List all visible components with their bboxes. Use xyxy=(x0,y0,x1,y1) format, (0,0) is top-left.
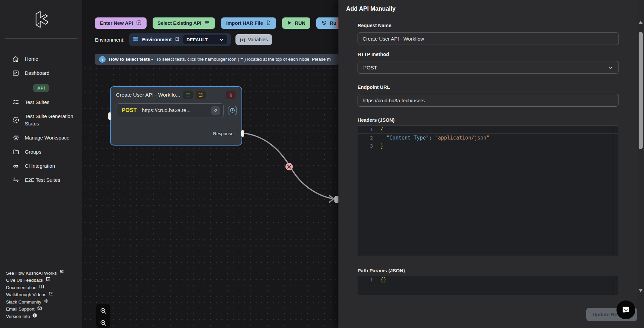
home-icon xyxy=(12,55,19,63)
request-name-input[interactable] xyxy=(358,32,619,45)
sidebar-divider xyxy=(5,38,77,39)
video-icon xyxy=(49,291,54,298)
sidebar-item-groups[interactable]: Groups xyxy=(0,145,82,159)
environment-label: Environment: xyxy=(95,37,124,43)
dashed-plus-icon xyxy=(136,20,142,26)
scroll-down-arrow-icon[interactable] xyxy=(639,289,643,292)
zoom-in-button[interactable] xyxy=(99,307,108,315)
scrollbar-thumb[interactable] xyxy=(639,32,643,149)
select-existing-api-button[interactable]: Select Existing API xyxy=(153,17,215,29)
sidebar-item-label: Test Suites xyxy=(25,99,49,106)
node-delete-button[interactable] xyxy=(226,91,235,99)
how-to-select-tests-banner: i How to select tests - To select tests,… xyxy=(95,54,338,65)
infinity-icon: ∞ xyxy=(12,162,19,170)
node-response-handle[interactable] xyxy=(241,130,244,137)
line-number: 3 xyxy=(358,143,373,149)
footer-link-documentation[interactable]: Documentation xyxy=(6,284,64,291)
workflow-canvas[interactable]: Enter New API Select Existing API Import… xyxy=(82,0,338,328)
sidebar-item-dashboard[interactable]: Dashboard xyxy=(0,66,82,80)
chat-widget-button[interactable] xyxy=(616,300,635,319)
sidebar-item-e2e-test-suites[interactable]: E2E Test Suites xyxy=(0,173,82,187)
headers-json-label: Headers (JSON) xyxy=(358,117,394,123)
run-button[interactable]: RUN xyxy=(282,17,310,29)
chevron-down-icon xyxy=(608,65,613,70)
chat-bubble-icon xyxy=(621,305,631,315)
node-request-pill[interactable]: POST https://crud.ba3a.te... xyxy=(116,103,224,117)
footer-link-version-info[interactable]: Version Info xyxy=(6,313,64,320)
http-method-select[interactable]: POST xyxy=(358,61,619,74)
history-icon xyxy=(321,20,327,26)
footer-link-walkthrough-videos[interactable]: Walkthrough Videos xyxy=(6,291,64,298)
sidebar-item-test-suite-generation-status[interactable]: Test Suite Generation Status xyxy=(0,109,82,131)
sidebar-item-home[interactable]: Home xyxy=(0,52,82,66)
endpoint-url-label: Endpoint URL xyxy=(358,85,390,90)
variables-button[interactable]: (x) Variables xyxy=(235,34,272,45)
sidebar-item-label: Groups xyxy=(25,148,41,156)
response-output-label: Response xyxy=(213,131,233,136)
editor-line: 1 { xyxy=(358,125,618,134)
api-section-badge: API xyxy=(33,84,49,92)
book-icon xyxy=(39,284,44,291)
hamburger-lines-icon xyxy=(204,20,210,26)
path-params-json-editor[interactable]: 1 {} xyxy=(358,276,618,295)
sidebar-item-test-suites[interactable]: Test Suites xyxy=(0,95,82,109)
info-icon: i xyxy=(99,56,106,63)
server-stack-icon xyxy=(132,36,139,43)
import-har-file-button[interactable]: Import HAR File xyxy=(221,17,276,29)
banner-text: To select tests, click the hamburger ico… xyxy=(156,57,331,62)
zoom-out-icon xyxy=(100,319,107,327)
environment-box[interactable]: Environment DEFAULT xyxy=(129,33,231,46)
enter-new-api-button[interactable]: Enter New API xyxy=(95,17,147,29)
external-link-icon[interactable] xyxy=(175,37,179,43)
gear-icon xyxy=(12,134,19,142)
variable-x-icon: (x) xyxy=(240,37,245,42)
node-input-handle[interactable] xyxy=(108,112,111,120)
checkered-flag-icon xyxy=(59,270,64,277)
node-schedule-button[interactable] xyxy=(228,106,237,115)
panel-title: Add API Manually xyxy=(346,5,395,12)
headers-json-editor[interactable]: 1 { 2 "Content-Type": "application/json"… xyxy=(358,125,618,256)
canvas-zoom-controls xyxy=(96,304,110,328)
checklist-icon xyxy=(12,99,19,106)
line-number: 1 xyxy=(358,127,373,132)
dashboard-icon xyxy=(12,69,19,77)
path-params-json-label: Path Params (JSON) xyxy=(358,268,405,273)
slack-icon xyxy=(44,298,49,306)
footer-link-give-us-feedback[interactable]: Give Us Feedback xyxy=(6,277,64,284)
node-select-tests-menu-button[interactable] xyxy=(183,91,193,99)
sidebar: Home Dashboard API Test Suites Test Suit… xyxy=(0,0,82,328)
node-method-badge: POST xyxy=(122,107,137,113)
node-edit-request-button[interactable] xyxy=(211,106,220,115)
footer-link-slack-community[interactable]: Slack Community xyxy=(6,298,64,306)
editor-line: 2 "Content-Type": "application/json" xyxy=(358,134,618,142)
swap-arrows-icon xyxy=(12,176,19,184)
sidebar-item-label: Home xyxy=(25,55,38,63)
endpoint-url-input[interactable] xyxy=(358,94,619,107)
kushoai-logo xyxy=(0,0,82,31)
request-name-label: Request Name xyxy=(358,23,391,28)
sidebar-item-label: Test Suite Generation Status xyxy=(25,113,75,127)
footer-link-email-support[interactable]: Email Support xyxy=(6,306,64,313)
footer-link-see-how-kushoai-works[interactable]: See How KushoAI Works xyxy=(6,270,64,277)
environment-select[interactable]: DEFAULT xyxy=(183,35,227,44)
sidebar-item-label: Manage Workspace xyxy=(25,134,69,142)
play-icon xyxy=(287,20,292,26)
banner-title: How to select tests - xyxy=(109,57,153,62)
scroll-up-arrow-icon[interactable] xyxy=(639,21,643,24)
zoom-out-button[interactable] xyxy=(99,319,108,327)
node-open-external-button[interactable] xyxy=(196,91,206,99)
sidebar-item-ci-integration[interactable]: ∞ CI Integration xyxy=(0,159,82,173)
pencil-edit-icon xyxy=(213,108,218,113)
sidebar-item-manage-workspace[interactable]: Manage Workspace xyxy=(0,131,82,145)
chevron-down-icon xyxy=(219,38,224,42)
trash-icon xyxy=(228,93,233,98)
folder-icon xyxy=(12,148,19,156)
workflow-node-create-user-api[interactable]: Create User API - Workflo... POST https:… xyxy=(110,86,242,146)
line-number: 2 xyxy=(358,135,373,141)
sidebar-item-label: Dashboard xyxy=(25,69,49,77)
external-link-icon xyxy=(198,93,203,97)
page-scrollbar[interactable] xyxy=(637,0,644,328)
environment-button-label[interactable]: Environment xyxy=(142,37,172,42)
line-number: 1 xyxy=(358,277,373,282)
sidebar-item-label: E2E Test Suites xyxy=(25,176,60,184)
